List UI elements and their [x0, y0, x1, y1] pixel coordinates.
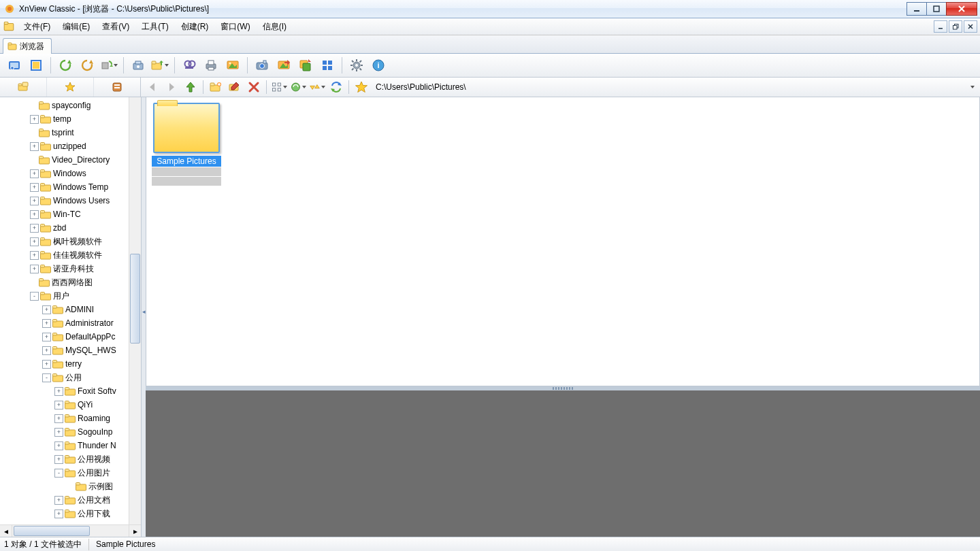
tree-node[interactable]: +Administrator — [0, 316, 129, 330]
expand-icon[interactable]: + — [54, 455, 63, 464]
expand-icon[interactable]: + — [54, 387, 63, 396]
mdi-minimize-button[interactable] — [934, 20, 947, 33]
address-dropdown[interactable] — [968, 80, 977, 94]
collapse-icon[interactable]: - — [42, 373, 51, 382]
batch-rename-button[interactable] — [295, 55, 316, 76]
maximize-button[interactable] — [926, 2, 947, 16]
settings-button[interactable] — [346, 55, 367, 76]
tree-node[interactable]: 示例图 — [0, 480, 129, 493]
tree-node[interactable]: +Windows Users — [0, 194, 129, 207]
expand-icon[interactable]: + — [30, 142, 39, 151]
expand-icon[interactable]: + — [30, 224, 39, 233]
tree-node[interactable]: +诺亚舟科技 — [0, 262, 129, 276]
tree-node[interactable]: Video_Directory — [0, 153, 129, 167]
expand-icon[interactable]: + — [54, 441, 63, 450]
expand-icon[interactable]: + — [54, 428, 63, 437]
convert-button[interactable] — [274, 55, 294, 76]
expand-icon[interactable]: + — [42, 319, 51, 328]
reload-button[interactable] — [55, 55, 76, 76]
expand-icon[interactable]: + — [42, 305, 51, 314]
rotate-button[interactable] — [99, 55, 119, 76]
expand-icon[interactable]: + — [30, 251, 39, 260]
view-mode-button[interactable] — [270, 79, 288, 95]
sync-button[interactable] — [327, 79, 345, 95]
tree-node[interactable]: 西西网络图 — [0, 276, 129, 289]
delete-button[interactable] — [245, 79, 263, 95]
tree-vertical-scrollbar[interactable] — [129, 97, 141, 524]
fullscreen-button[interactable] — [26, 55, 46, 76]
thumbnail-grid[interactable]: Sample Pictures — [146, 97, 980, 386]
tree-node[interactable]: +QiYi — [0, 398, 129, 412]
tree-tab-categories[interactable] — [94, 78, 140, 97]
expand-icon[interactable]: + — [54, 414, 63, 423]
menu-file[interactable]: 文件(F) — [18, 20, 56, 34]
slideshow-button[interactable] — [223, 55, 243, 76]
nav-back-button[interactable] — [144, 79, 161, 95]
tree-node[interactable]: +terry — [0, 357, 129, 371]
nav-forward-button[interactable] — [163, 79, 180, 95]
tab-browser[interactable]: 浏览器 — [3, 38, 52, 54]
find-button[interactable] — [179, 55, 199, 76]
acquire-button[interactable] — [128, 55, 148, 76]
tree-node[interactable]: +Foxit Softv — [0, 384, 129, 398]
expand-icon[interactable]: + — [30, 197, 39, 205]
expand-icon[interactable]: + — [42, 346, 51, 355]
mdi-restore-button[interactable] — [949, 20, 962, 33]
expand-icon[interactable]: + — [54, 496, 63, 505]
tree-node[interactable]: +MySQL_HWS — [0, 344, 129, 357]
folder-tree-scroll[interactable]: spayconfig+temptsprint+unzippedVideo_Dir… — [0, 97, 129, 524]
open-button[interactable] — [150, 55, 170, 76]
tree-vertical-thumb[interactable] — [130, 254, 140, 344]
expand-icon[interactable]: + — [42, 360, 51, 369]
tree-node[interactable]: +Windows — [0, 167, 129, 180]
tree-node[interactable]: +枫叶视频软件 — [0, 235, 129, 248]
tree-tab-favorites[interactable] — [47, 78, 94, 97]
mdi-close-button[interactable] — [964, 20, 977, 33]
tree-node[interactable]: +ADMINI — [0, 303, 129, 316]
tree-horizontal-thumb[interactable] — [14, 526, 90, 536]
reload-all-button[interactable] — [77, 55, 97, 76]
tree-node[interactable]: +公用下载 — [0, 507, 129, 520]
expand-icon[interactable]: + — [30, 115, 39, 124]
menu-tools[interactable]: 工具(T) — [136, 20, 174, 34]
menu-edit[interactable]: 编辑(E) — [57, 20, 95, 34]
tree-node[interactable]: +公用文档 — [0, 493, 129, 507]
collapse-icon[interactable]: - — [54, 469, 63, 478]
tree-node[interactable]: +SogouInp — [0, 425, 129, 439]
tree-node[interactable]: +zbd — [0, 221, 129, 235]
tree-node[interactable]: +DefaultAppPc — [0, 330, 129, 344]
tree-node[interactable]: +unzipped — [0, 139, 129, 153]
nav-up-button[interactable] — [182, 79, 199, 95]
menu-window[interactable]: 窗口(W) — [215, 20, 255, 34]
multi-convert-button[interactable] — [317, 55, 338, 76]
tree-node[interactable]: spayconfig — [0, 99, 129, 112]
close-button[interactable] — [946, 2, 977, 16]
minimize-button[interactable] — [906, 2, 927, 16]
favorite-button[interactable] — [353, 79, 370, 95]
new-folder-button[interactable] — [207, 79, 225, 95]
expand-icon[interactable]: + — [30, 237, 39, 246]
tree-node[interactable]: +公用视频 — [0, 452, 129, 466]
tree-tab-folders[interactable] — [0, 78, 47, 97]
browse-button[interactable] — [4, 55, 24, 76]
menu-view[interactable]: 查看(V) — [97, 20, 135, 34]
horizontal-splitter[interactable] — [146, 386, 980, 390]
tree-node[interactable]: +Win-TC — [0, 207, 129, 221]
rename-button[interactable] — [226, 79, 244, 95]
collapse-icon[interactable]: - — [30, 292, 39, 301]
tree-node[interactable]: +Thunder N — [0, 439, 129, 452]
capture-button[interactable] — [252, 55, 272, 76]
tree-hscroll-right[interactable]: ▸ — [129, 525, 141, 537]
about-button[interactable]: i — [368, 55, 389, 76]
sort-button[interactable] — [308, 79, 326, 95]
expand-icon[interactable]: + — [42, 333, 51, 341]
expand-icon[interactable]: + — [30, 169, 39, 178]
filter-button[interactable] — [289, 79, 307, 95]
tree-node[interactable]: +Roaming — [0, 412, 129, 425]
expand-icon[interactable]: + — [54, 401, 63, 410]
tree-node[interactable]: -用户 — [0, 289, 129, 303]
tree-node[interactable]: -公用 — [0, 371, 129, 384]
menu-create[interactable]: 创建(R) — [176, 20, 214, 34]
tree-horizontal-scrollbar[interactable]: ◂ ▸ — [0, 524, 141, 537]
tree-node[interactable]: +temp — [0, 112, 129, 126]
